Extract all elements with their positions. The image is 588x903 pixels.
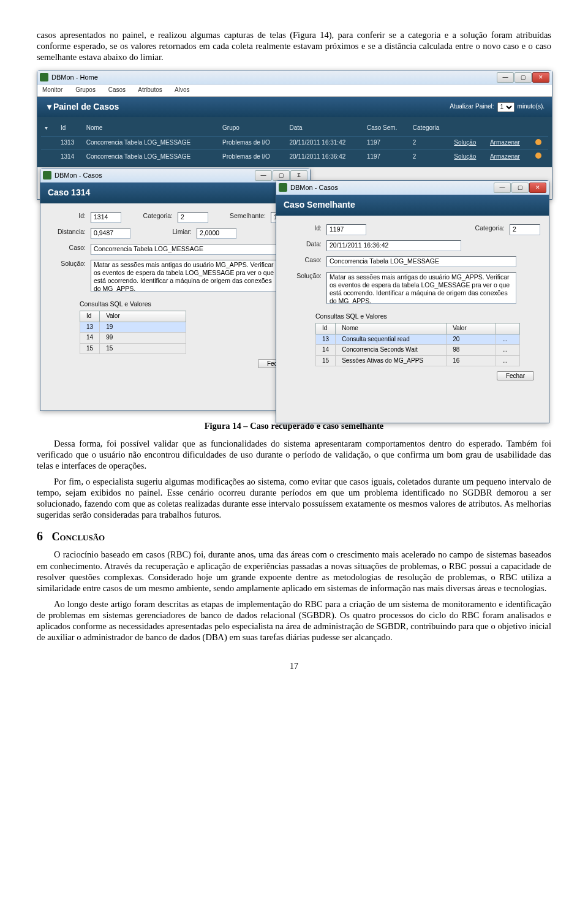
table-row[interactable]: 1313 Concorrencia Tabela LOG_MESSAGE Pro…: [41, 136, 548, 150]
maximize-button[interactable]: ▢: [514, 72, 532, 83]
cases-grid: ▾ Id Nome Grupo Data Caso Sem. Categoria…: [41, 121, 548, 164]
status-dot-icon: [535, 153, 541, 159]
panel-title: Painel de Casos: [53, 102, 119, 113]
paragraph-3: O raciocínio baseado em casos (RBC) foi,…: [37, 549, 551, 594]
caso2-wintitle: DBMon - Casos: [290, 184, 338, 192]
menu-casos[interactable]: Casos: [108, 86, 126, 93]
home-title: DBMon - Home: [51, 74, 98, 82]
expand-icon[interactable]: ▾: [45, 124, 48, 131]
app-icon: [43, 171, 51, 179]
col-grupo: Grupo: [219, 121, 285, 136]
table-row[interactable]: 1314 Concorrencia Tabela LOG_MESSAGE Pro…: [41, 150, 548, 164]
caso1-titlebar: DBMon - Casos — ▢ Σ: [40, 168, 310, 183]
table-row[interactable]: 14Concorrencia Seconds Wait98...: [316, 345, 520, 356]
lbl-solucao: Solução:: [285, 272, 326, 304]
section-number: 6: [37, 529, 43, 543]
sql-table: IdValor 1319 1499 1515: [80, 311, 186, 354]
val-data: 20/11/2011 16:36:42: [326, 240, 461, 251]
lbl-solucao: Solução:: [49, 260, 91, 292]
menu-alvos[interactable]: Alvos: [175, 86, 189, 93]
sql-header: Consultas SQL e Valores: [315, 312, 540, 320]
caso2-titlebar: DBMon - Casos — ▢ ✕: [276, 181, 549, 195]
collapse-icon[interactable]: ▾: [45, 102, 53, 113]
paragraph-1: Dessa forma, foi possível validar que as…: [37, 438, 551, 471]
refresh-unit: minuto(s).: [518, 103, 545, 111]
figure-14: DBMon - Home — ▢ ✕ Monitor Grupos Casos …: [37, 70, 551, 413]
val-solucao: Matar as sessões mais antigas do usuário…: [91, 260, 281, 292]
fechar-button[interactable]: Fechar: [497, 371, 534, 380]
caso2-title: Caso Semelhante: [276, 195, 549, 216]
home-titlebar: DBMon - Home — ▢ ✕: [37, 70, 552, 85]
lbl-caso: Caso:: [49, 244, 91, 255]
val-caso: Concorrencia Tabela LOG_MESSAGE: [91, 244, 281, 255]
table-row[interactable]: 1319: [80, 322, 186, 333]
col-nome: Nome: [83, 121, 219, 136]
caso-1314-window: DBMon - Casos — ▢ Σ Caso 1314 Id: 1314 C…: [40, 168, 311, 411]
col-sem: Caso Sem.: [363, 121, 409, 136]
col-id: Id: [57, 121, 83, 136]
solucao-link[interactable]: Solução: [454, 153, 476, 160]
minimize-button[interactable]: —: [255, 170, 272, 181]
lbl-semelhante: Semelhante:: [223, 212, 271, 223]
val-limiar: 2,0000: [197, 228, 236, 239]
val-distancia: 0,9487: [91, 228, 130, 239]
armazenar-link[interactable]: Armazenar: [490, 139, 520, 146]
status-dot-icon: [535, 139, 541, 145]
refresh-select[interactable]: 1: [497, 102, 514, 112]
maximize-button[interactable]: ▢: [511, 183, 529, 193]
close-button[interactable]: Σ: [290, 170, 307, 181]
panel-header: ▾ Painel de Casos Atualizar Painel: 1 mi…: [37, 97, 552, 118]
lbl-distancia: Distancia:: [49, 228, 91, 239]
val-caso: Concorrencia Tabela LOG_MESSAGE: [326, 256, 516, 267]
lbl-categoria: Categoria:: [468, 224, 510, 235]
val-id: 1197: [326, 224, 366, 235]
menubar: Monitor Grupos Casos Atributos Alvos: [37, 85, 552, 97]
menu-atributos[interactable]: Atributos: [138, 86, 162, 93]
solucao-link[interactable]: Solução: [454, 139, 476, 146]
lbl-id: Id:: [285, 224, 326, 235]
caso1-title: Caso 1314: [40, 183, 310, 203]
close-button[interactable]: ✕: [529, 183, 546, 193]
val-id: 1314: [91, 212, 121, 223]
lbl-id: Id:: [49, 212, 91, 223]
intro-paragraph: casos apresentados no painel, e realizou…: [37, 29, 551, 62]
val-categoria: 2: [510, 224, 540, 235]
app-icon: [40, 73, 48, 81]
sql-header: Consultas SQL e Valores: [80, 300, 301, 308]
caso1-wintitle: DBMon - Casos: [55, 172, 102, 180]
refresh-label: Atualizar Painel:: [450, 103, 494, 111]
lbl-data: Data:: [285, 240, 326, 251]
minimize-button[interactable]: —: [497, 72, 514, 83]
maximize-button[interactable]: ▢: [273, 170, 290, 181]
menu-grupos[interactable]: Grupos: [75, 86, 96, 93]
lbl-categoria: Categoria:: [136, 212, 178, 223]
paragraph-2: Por fim, o especialista sugeriu algumas …: [37, 476, 551, 521]
section-conclusao: 6 Conclusão: [37, 529, 551, 544]
table-row[interactable]: 13Consulta sequential read20...: [316, 334, 520, 345]
page-number: 17: [37, 661, 551, 672]
lbl-caso: Caso:: [285, 256, 326, 267]
armazenar-link[interactable]: Armazenar: [490, 153, 520, 160]
val-categoria: 2: [178, 212, 208, 223]
col-data: Data: [286, 121, 363, 136]
val-solucao: Matar as sessões mais antigas do usuário…: [326, 272, 516, 304]
col-cat: Categoria: [409, 121, 450, 136]
table-row[interactable]: 1499: [80, 333, 186, 344]
table-row[interactable]: 15Sessões Ativas do MG_APPS16...: [316, 355, 520, 366]
sql-table: Id Nome Valor 13Consulta sequential read…: [315, 323, 520, 366]
section-title: Conclusão: [52, 531, 105, 543]
table-row[interactable]: 1515: [80, 343, 186, 354]
menu-monitor[interactable]: Monitor: [42, 86, 62, 93]
minimize-button[interactable]: —: [494, 183, 511, 193]
paragraph-4: Ao longo deste artigo foram descritas as…: [37, 599, 551, 643]
lbl-limiar: Limiar:: [155, 228, 197, 239]
app-icon: [279, 183, 287, 192]
caso-semelhante-window: DBMon - Casos — ▢ ✕ Caso Semelhante Id: …: [276, 180, 549, 423]
close-button[interactable]: ✕: [532, 72, 549, 83]
